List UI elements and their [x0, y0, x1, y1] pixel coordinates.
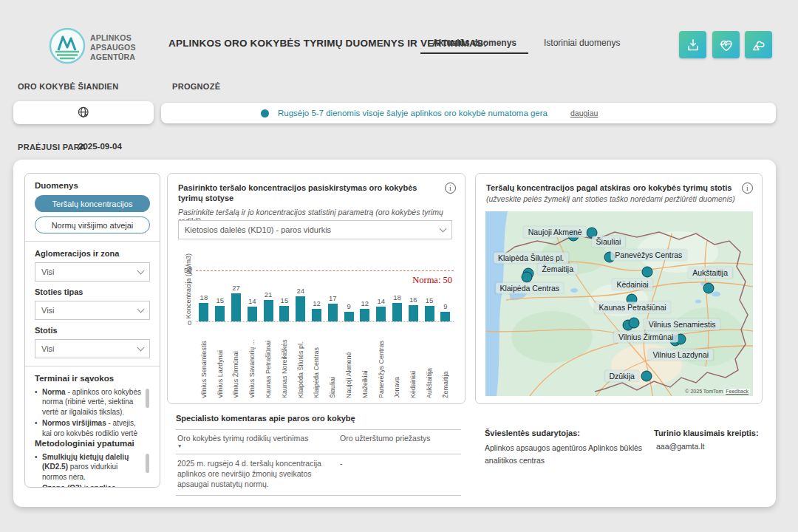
comment-col-causes-label: Oro užterštumo priežastys — [340, 434, 431, 443]
x-category-label: Naujoji Akmenė — [345, 326, 352, 398]
forecast-more-link[interactable]: daugiau — [570, 109, 598, 117]
info-icon[interactable]: i — [445, 183, 456, 194]
station-label: Aukštaitija — [688, 267, 732, 278]
station-label: Stotis — [35, 326, 150, 335]
bar-7[interactable]: 12 — [309, 270, 325, 321]
definition-item: Smulkiųjų kietųjų dalelių (KD2.5) paros … — [35, 452, 143, 482]
map-stations-overlay: Naujoji AkmenėŠiauliaiKlaipėda Šilutės p… — [485, 211, 753, 396]
x-category-label: Jonava — [393, 326, 400, 398]
methods-heading: Metodologiniai ypatumai — [35, 439, 150, 448]
x-category-label: Kaunas Petrašiūnai — [265, 326, 272, 398]
bar-9[interactable]: 9 — [341, 270, 357, 321]
comment-row: 2025 m. rugsėjo 4 d. teršalų koncentraci… — [176, 454, 461, 496]
comment-table: Oro kokybės tyrimų rodiklių vertinimas ▼… — [176, 429, 461, 496]
definition-item: Ozono (O3) ir anglies monoksido (CO) did… — [35, 483, 143, 488]
bar-11[interactable]: 14 — [373, 270, 389, 321]
agglomeration-select[interactable]: Visi — [35, 262, 150, 282]
bar-3[interactable]: 14 — [244, 270, 260, 321]
footer-author-label: Švieslentės sudarytojas: — [485, 429, 580, 437]
bar-4[interactable]: 21 — [260, 270, 276, 321]
comment-causes-cell: - — [338, 454, 461, 496]
map-canvas[interactable]: Naujoji AkmenėŠiauliaiKlaipėda Šilutės p… — [485, 211, 753, 396]
bar-0[interactable]: 18 — [196, 270, 212, 321]
bar-2[interactable]: 27 — [228, 270, 245, 321]
chevron-down-icon — [137, 344, 145, 351]
health-heart-icon — [718, 37, 734, 53]
station-type-label: Stoties tipas — [35, 287, 150, 296]
period-date: 2025-09-04 — [78, 142, 122, 151]
download-button[interactable] — [679, 31, 706, 58]
station-dot[interactable] — [642, 267, 653, 278]
pollutant-concentrations-button[interactable]: Teršalų koncentracijos — [35, 195, 150, 212]
pollutant-select-value: Kietosios dalelės (KD10) - paros vidurki… — [185, 225, 331, 234]
tab-active-underline — [420, 52, 528, 54]
definition-item: Normos viršijimas - atvejis, kai oro kok… — [35, 418, 143, 436]
map-copyright: © 2025 TomTom — [685, 389, 723, 394]
today-map-button[interactable] — [13, 101, 154, 124]
station-select[interactable]: Visi — [35, 339, 150, 358]
y-axis-label: Koncentracija (µg/m3) — [185, 245, 192, 327]
chart-title: Pasirinkto teršalo koncentracijos pasisk… — [178, 183, 429, 204]
station-dot[interactable] — [629, 318, 640, 329]
bar-1[interactable]: 15 — [212, 270, 228, 321]
emissions-button[interactable] — [745, 31, 772, 58]
station-label: Klaipėda Šilutės pl. — [494, 252, 568, 263]
station-label: Klaipėda Centras — [495, 282, 564, 293]
forecast-card: Rugsėjo 5-7 dienomis visoje šalyje aplin… — [161, 103, 776, 123]
station-dot[interactable] — [521, 272, 532, 283]
scrollbar-thumb[interactable] — [146, 389, 149, 408]
chevron-down-icon — [137, 305, 145, 313]
bar-8[interactable]: 17 — [324, 270, 341, 321]
footer-contact-email: aaa@gamta.lt — [656, 442, 705, 451]
filter-sidebar: Duomenys Teršalų koncentracijos Normų vi… — [24, 173, 160, 488]
norm-threshold-line — [196, 270, 454, 271]
norm-exceedance-button[interactable]: Normų viršijimo atvejai — [35, 216, 150, 233]
stations-map-panel: Teršalų koncentracijos pagal atskiras or… — [475, 173, 763, 404]
station-dot[interactable] — [641, 371, 652, 382]
bar-5[interactable]: 15 — [276, 270, 293, 321]
y-tick-0: 0 — [188, 318, 191, 327]
agglomeration-value: Visi — [41, 267, 55, 276]
methods-list[interactable]: Smulkiųjų kietųjų dalelių (KD2.5) paros … — [35, 452, 150, 488]
bar-6[interactable]: 24 — [293, 270, 309, 321]
forecast-section-label: PROGNOZĖ — [172, 82, 220, 91]
info-icon[interactable]: i — [742, 183, 753, 194]
map-attribution: © 2025 TomTom Feedback — [685, 389, 750, 394]
agency-name: APLINKOSAPSAUGOSAGENTŪRA — [90, 33, 136, 62]
tab-current-data[interactable]: Aktualūs duomenys — [432, 38, 516, 54]
station-type-select[interactable]: Visi — [35, 301, 150, 320]
tab-current-label: Aktualūs duomenys — [432, 38, 516, 48]
forecast-message: Rugsėjo 5-7 dienomis visoje šalyje aplin… — [278, 109, 548, 117]
bar-10[interactable]: 12 — [357, 270, 373, 321]
x-category-label: Panevėžys Centras — [378, 326, 385, 398]
bar-12[interactable]: 18 — [389, 270, 406, 321]
pollutant-select[interactable]: Kietosios dalelės (KD10) - paros vidurki… — [178, 220, 452, 239]
comment-col-causes[interactable]: Oro užterštumo priežastys — [338, 430, 461, 454]
terms-list[interactable]: Norma - aplinkos oro kokybės norma (ribi… — [35, 387, 150, 436]
footer-contact-label: Turinio klausimais kreiptis: — [654, 429, 759, 437]
x-category-label: Šiauliai — [329, 326, 336, 398]
scrollbar-thumb[interactable] — [146, 454, 149, 473]
x-category-label: Klaipėda Centras — [313, 326, 320, 398]
comment-col-assessment[interactable]: Oro kokybės tyrimų rodiklių vertinimas ▼ — [176, 430, 338, 454]
filters-heading: Duomenys — [35, 181, 150, 190]
sort-descending-icon: ▼ — [177, 443, 334, 449]
station-label: Kaunas Petrašiūnai — [595, 302, 671, 313]
comment-assessment-cell: 2025 m. rugsėjo 4 d. teršalų koncentraci… — [176, 454, 338, 496]
bar-chart-plot: 181527142115241217912141816159 Norma: 50 — [196, 270, 454, 322]
tab-historical-data[interactable]: Istoriniai duomenys — [544, 38, 620, 54]
comment-col-assessment-label: Oro kokybės tyrimų rodiklių vertinimas — [177, 434, 308, 443]
station-label: Naujoji Akmenė — [524, 226, 587, 237]
x-category-label: Kaunas Noreikiškės — [281, 326, 288, 398]
comment-heading: Specialisto komentaras apie paros oro ko… — [176, 414, 461, 423]
definition-item: Norma - aplinkos oro kokybės norma (ribi… — [35, 387, 143, 417]
agency-logo — [49, 27, 86, 64]
agglomeration-label: Aglomeracijos ir zona — [35, 249, 150, 258]
x-category-label: Vilnius Lazdynai — [216, 326, 224, 398]
map-feedback-link[interactable]: Feedback — [724, 389, 750, 394]
station-dot[interactable] — [703, 283, 715, 294]
terms-heading: Terminai ir sąvokos — [35, 374, 150, 383]
chevron-down-icon — [440, 225, 447, 232]
globe-cursor-icon — [77, 106, 91, 120]
health-button[interactable] — [712, 31, 740, 58]
